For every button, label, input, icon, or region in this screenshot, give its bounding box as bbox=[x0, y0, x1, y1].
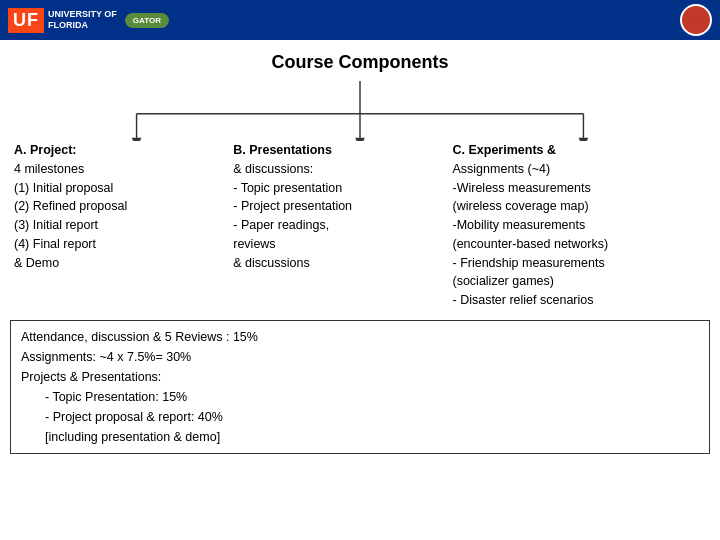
header-bar: UF UNIVERSITY OF FLORIDA GATOR bbox=[0, 0, 720, 40]
col-c-line-3: -Mobility measurements bbox=[453, 216, 707, 235]
col-b-line-3: - Paper readings, bbox=[233, 216, 444, 235]
col-b-line-2: - Project presentation bbox=[233, 197, 444, 216]
column-a: A. Project: 4 milestones (1) Initial pro… bbox=[10, 141, 229, 272]
bottom-line-0: Attendance, discussion & 5 Reviews : 15% bbox=[21, 327, 699, 347]
col-b-title: B. Presentations bbox=[233, 141, 444, 160]
bottom-line-3: - Topic Presentation: 15% bbox=[21, 387, 699, 407]
col-b-line-0: & discussions: bbox=[233, 160, 444, 179]
col-c-line-7: - Disaster relief scenarios bbox=[453, 291, 707, 310]
col-a-line-0: 4 milestones bbox=[14, 160, 225, 179]
col-b-line-4: reviews bbox=[233, 235, 444, 254]
col-c-line-1: -Wireless measurements bbox=[453, 179, 707, 198]
uf-block: UF bbox=[8, 8, 44, 33]
col-c-line-0: Assignments (~4) bbox=[453, 160, 707, 179]
svg-marker-3 bbox=[132, 138, 142, 141]
col-a-line-1: (1) Initial proposal bbox=[14, 179, 225, 198]
bottom-line-5: [including presentation & demo] bbox=[21, 427, 699, 447]
uf-text: UNIVERSITY OF FLORIDA bbox=[48, 9, 117, 31]
col-a-line-3: (3) Initial report bbox=[14, 216, 225, 235]
col-c-line-4: (encounter-based networks) bbox=[453, 235, 707, 254]
connector-lines bbox=[20, 81, 700, 141]
svg-marker-5 bbox=[355, 138, 365, 141]
bottom-line-1: Assignments: ~4 x 7.5%= 30% bbox=[21, 347, 699, 367]
col-c-line-6: (socializer games) bbox=[453, 272, 707, 291]
col-a-line-2: (2) Refined proposal bbox=[14, 197, 225, 216]
col-b-line-1: - Topic presentation bbox=[233, 179, 444, 198]
col-c-line-2: (wireless coverage map) bbox=[453, 197, 707, 216]
col-b-line-5: & discussions bbox=[233, 254, 444, 273]
uf-logo: UF UNIVERSITY OF FLORIDA bbox=[8, 8, 117, 33]
column-b: B. Presentations & discussions: - Topic … bbox=[229, 141, 448, 272]
column-c: C. Experiments & Assignments (~4) -Wirel… bbox=[449, 141, 711, 310]
connector-svg bbox=[20, 81, 700, 141]
bottom-box: Attendance, discussion & 5 Reviews : 15%… bbox=[10, 320, 710, 454]
bottom-line-4: - Project proposal & report: 40% bbox=[21, 407, 699, 427]
gator-badge: GATOR bbox=[125, 13, 169, 28]
page-title: Course Components bbox=[0, 40, 720, 81]
uf-seal-logo bbox=[680, 4, 712, 36]
col-a-line-4: (4) Final report bbox=[14, 235, 225, 254]
col-c-title: C. Experiments & bbox=[453, 141, 707, 160]
three-columns: A. Project: 4 milestones (1) Initial pro… bbox=[0, 141, 720, 310]
col-a-line-5: & Demo bbox=[14, 254, 225, 273]
bottom-line-2: Projects & Presentations: bbox=[21, 367, 699, 387]
svg-marker-7 bbox=[579, 138, 589, 141]
col-c-line-5: - Friendship measurements bbox=[453, 254, 707, 273]
col-a-title: A. Project: bbox=[14, 141, 225, 160]
